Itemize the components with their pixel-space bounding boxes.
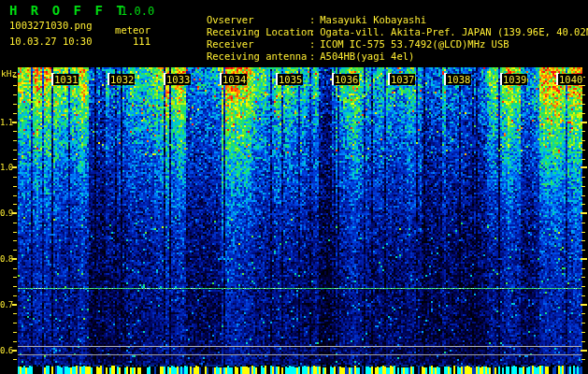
info-label: Receiving antenna: [207, 50, 309, 63]
info-label: Receiver: [207, 38, 309, 50]
freq-axis-label: 0.9: [0, 209, 13, 218]
mode-label: meteor: [93, 24, 151, 36]
echo-count: 111: [93, 36, 151, 47]
time-axis-label: 1033: [165, 74, 191, 85]
app-title: H R O F F T: [9, 3, 127, 18]
freq-axis-label: 1.1: [0, 118, 13, 127]
freq-axis-label: 0.6: [0, 346, 13, 355]
freq-axis-label: 1.0: [0, 163, 13, 172]
time-axis-label: 1031: [53, 74, 79, 85]
info-value: Ogata-vill. Akita-Pref. JAPAN (139.96E, …: [320, 26, 588, 37]
time-axis-label: 1032: [109, 74, 135, 85]
freq-axis-label: 0.7: [0, 300, 13, 309]
freq-axis-unit: kHz: [1, 68, 17, 79]
time-axis-label: 1036: [334, 74, 359, 85]
app-version: 1.0.0: [121, 5, 154, 18]
freq-axis-label: 0.8: [0, 254, 13, 264]
output-filename: 1003271030.png: [9, 20, 93, 31]
time-axis-label: 1034: [222, 74, 247, 85]
info-label: Receiving Location: [207, 26, 309, 38]
time-axis-label: 1037: [390, 74, 415, 85]
info-value: Masayuki Kobayashi: [320, 14, 426, 25]
date-time: 10.03.27 10:30: [9, 36, 93, 47]
info-label: Ovserver: [207, 14, 309, 26]
info-value: ICOM IC-575 53.7492(@LCD)MHz USB: [320, 38, 509, 50]
time-axis-label: 1035: [278, 74, 303, 85]
hrofft-screen: H R O F F T 1.0.0 1003271030.png meteor …: [0, 0, 588, 374]
station-info-block: Ovserver:Masayuki Kobayashi Receiving Lo…: [171, 2, 588, 50]
time-axis-label: 1039: [502, 74, 527, 85]
info-value: A504HB(yagi 4el): [320, 50, 414, 62]
info-line-observer: Ovserver:Masayuki Kobayashi: [171, 2, 588, 14]
time-axis-label: 1038: [446, 74, 471, 85]
time-axis-label: 1040: [558, 74, 583, 85]
